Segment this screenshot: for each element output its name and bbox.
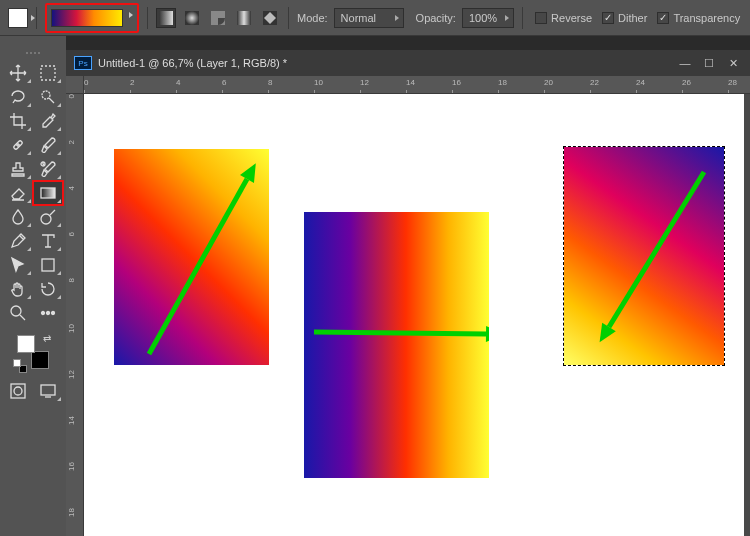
tool-shelf (66, 36, 750, 50)
marquee-tool[interactable] (33, 61, 63, 85)
horizontal-ruler[interactable]: 0246810121416182022242628 (84, 76, 750, 94)
gradient-type-reflected[interactable] (234, 8, 254, 28)
gradient-sample-3 (564, 147, 724, 365)
direction-arrow-icon (114, 149, 269, 365)
dither-label: Dither (618, 12, 647, 24)
gradient-sample-1 (114, 149, 269, 365)
lasso-tool[interactable] (3, 85, 33, 109)
transparency-label: Transparency (673, 12, 740, 24)
mode-value: Normal (341, 12, 376, 24)
svg-point-17 (14, 387, 22, 395)
svg-rect-5 (41, 66, 55, 80)
mode-label: Mode: (297, 12, 328, 24)
gradient-tool[interactable] (33, 181, 63, 205)
mode-select[interactable]: Normal (334, 8, 404, 28)
svg-marker-20 (240, 159, 263, 183)
shape-tool[interactable] (33, 253, 63, 277)
hand-tool[interactable] (3, 277, 33, 301)
svg-line-21 (314, 332, 486, 334)
dither-checkbox[interactable]: Dither (602, 12, 647, 24)
svg-rect-0 (159, 11, 173, 25)
document-tabbar: Ps Untitled-1 @ 66,7% (Layer 1, RGB/8) *… (66, 50, 750, 76)
svg-rect-3 (237, 11, 251, 25)
svg-rect-16 (11, 384, 25, 398)
svg-point-6 (42, 91, 50, 99)
opacity-value: 100% (469, 12, 497, 24)
default-colors-icon[interactable] (13, 359, 27, 373)
eraser-tool[interactable] (3, 181, 33, 205)
history-brush-tool[interactable] (33, 157, 63, 181)
gradient-type-diamond[interactable] (260, 8, 280, 28)
quickmask-toggle[interactable] (3, 379, 33, 403)
canvas[interactable] (84, 94, 744, 536)
path-select-tool[interactable] (3, 253, 33, 277)
ps-icon: Ps (74, 56, 92, 70)
gradient-sample-2 (304, 212, 489, 478)
window-maximize[interactable]: ☐ (702, 56, 716, 70)
gradient-picker-highlight (45, 3, 139, 33)
svg-rect-11 (42, 259, 54, 271)
gradient-type-radial[interactable] (182, 8, 202, 28)
opacity-input[interactable]: 100% (462, 8, 514, 28)
reverse-checkbox[interactable]: Reverse (535, 12, 592, 24)
svg-point-13 (42, 312, 45, 315)
direction-arrow-icon (564, 147, 724, 365)
ruler-origin[interactable] (66, 76, 84, 94)
edit-toolbar[interactable] (33, 301, 63, 325)
direction-arrow-icon (304, 212, 489, 478)
swap-colors-icon[interactable]: ⇄ (43, 333, 51, 344)
type-tool[interactable] (33, 229, 63, 253)
vertical-ruler[interactable]: 02468101214161820 (66, 94, 84, 536)
move-tool[interactable] (3, 61, 33, 85)
svg-point-14 (47, 312, 50, 315)
svg-marker-22 (486, 326, 489, 342)
zoom-tool[interactable] (3, 301, 33, 325)
tool-preset-picker[interactable] (8, 8, 28, 28)
opacity-label: Opacity: (416, 12, 456, 24)
gradient-preview[interactable] (51, 9, 123, 27)
workspace: 0246810121416182022242628 02468101214161… (66, 76, 750, 536)
gradient-type-angle[interactable] (208, 8, 228, 28)
svg-rect-18 (41, 385, 55, 395)
transparency-checkbox[interactable]: Transparency (657, 12, 740, 24)
background-color[interactable] (31, 351, 49, 369)
color-swatches[interactable]: ⇄ (11, 333, 55, 373)
svg-point-12 (11, 306, 21, 316)
options-bar: Mode: Normal Opacity: 100% Reverse Dithe… (0, 0, 750, 36)
brush-tool[interactable] (33, 133, 63, 157)
quick-select-tool[interactable] (33, 85, 63, 109)
tools-grip[interactable] (13, 52, 53, 57)
rotate-view-tool[interactable] (33, 277, 63, 301)
foreground-color[interactable] (17, 335, 35, 353)
screen-mode[interactable] (33, 379, 63, 403)
pen-tool[interactable] (3, 229, 33, 253)
gradient-type-linear[interactable] (156, 8, 176, 28)
reverse-label: Reverse (551, 12, 592, 24)
svg-rect-1 (185, 11, 199, 25)
document-tab-title[interactable]: Untitled-1 @ 66,7% (Layer 1, RGB/8) * (98, 57, 287, 69)
healing-tool[interactable] (3, 133, 33, 157)
svg-marker-24 (593, 323, 616, 347)
svg-line-23 (609, 172, 704, 327)
svg-point-15 (52, 312, 55, 315)
blur-tool[interactable] (3, 205, 33, 229)
tools-panel: ⇄ (0, 46, 66, 536)
crop-tool[interactable] (3, 109, 33, 133)
stamp-tool[interactable] (3, 157, 33, 181)
svg-line-19 (149, 179, 247, 354)
eyedropper-tool[interactable] (33, 109, 63, 133)
dodge-tool[interactable] (33, 205, 63, 229)
svg-point-10 (41, 214, 51, 224)
window-close[interactable]: ✕ (726, 56, 740, 70)
window-minimize[interactable]: — (678, 56, 692, 70)
svg-rect-9 (41, 188, 55, 198)
